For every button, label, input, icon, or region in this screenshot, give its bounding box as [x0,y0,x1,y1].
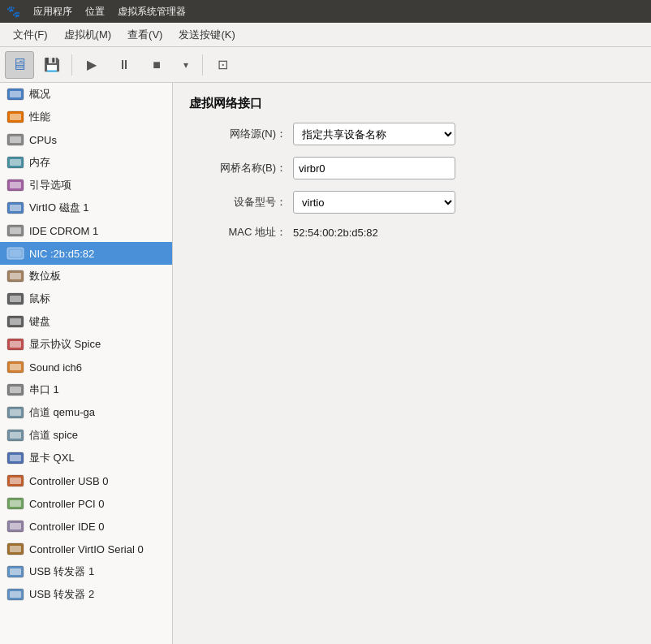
sidebar-icon-10 [6,314,24,329]
menu-sendkey[interactable]: 发送按键(K) [172,24,241,45]
sidebar-icon-1 [6,110,24,124]
sidebar-item-4[interactable]: 引导选项 [0,174,172,197]
system-bar-apps[interactable]: 应用程序 [33,5,72,19]
network-source-wrapper: 指定共享设备名称 [293,123,455,145]
power-dropdown[interactable]: ▾ [175,51,197,79]
sidebar-item-12[interactable]: Sound ich6 [0,356,172,378]
sidebar-icon-13 [6,383,24,397]
svg-rect-25 [10,364,21,370]
play-button[interactable]: ▶ [77,51,106,79]
sidebar-label-19: Controller IDE 0 [29,521,104,533]
sidebar-icon-18 [6,496,24,511]
svg-rect-5 [10,136,21,143]
mac-address-row: MAC 地址： 52:54:00:2b:d5:82 [189,225,635,240]
network-source-label: 网络源(N)： [189,127,287,141]
sidebar-icon-7 [6,246,24,261]
svg-rect-41 [10,546,21,552]
stop-button[interactable]: ■ [142,51,171,79]
sidebar-item-0[interactable]: 概况 [0,83,172,106]
svg-rect-43 [10,568,21,575]
sidebar-icon-19 [6,519,24,534]
svg-rect-3 [10,114,21,120]
sidebar-item-2[interactable]: CPUs [0,128,172,151]
system-bar-icon: 🐾 [6,5,20,18]
sidebar-item-17[interactable]: Controller USB 0 [0,469,172,492]
svg-rect-45 [10,591,21,598]
sidebar-item-14[interactable]: 信道 qemu-ga [0,401,172,424]
sidebar-icon-21 [6,564,24,579]
menu-vm[interactable]: 虚拟机(M) [58,24,119,45]
content-area: 虚拟网络接口 网络源(N)： 指定共享设备名称 网桥名称(B)： 设备型号： v… [173,83,651,644]
sidebar-label-12: Sound ich6 [29,361,82,374]
sidebar-icon-2 [6,132,24,147]
menu-bar: 文件(F) 虚拟机(M) 查看(V) 发送按键(K) [0,23,651,47]
svg-rect-11 [10,205,21,211]
device-model-select[interactable]: virtio e1000 rtl8139 [293,191,455,214]
sidebar-icon-8 [6,269,24,283]
fullscreen-button[interactable]: ⊡ [208,51,237,79]
sidebar-icon-3 [6,155,24,170]
system-bar-virt[interactable]: 虚拟系统管理器 [118,5,186,19]
sidebar-label-13: 串口 1 [29,383,59,397]
sidebar-item-22[interactable]: USB 转发器 2 [0,583,172,606]
sidebar-icon-0 [6,87,24,102]
svg-rect-39 [10,523,21,529]
sidebar-label-14: 信道 qemu-ga [29,405,95,420]
pause-button[interactable]: ⏸ [110,51,139,79]
svg-rect-31 [10,432,21,439]
sidebar-item-3[interactable]: 内存 [0,151,172,174]
sidebar-item-16[interactable]: 显卡 QXL [0,447,172,469]
device-model-label: 设备型号： [189,195,287,210]
sidebar-icon-5 [6,201,24,215]
system-bar: 🐾 应用程序 位置 虚拟系统管理器 [0,0,651,23]
device-model-row: 设备型号： virtio e1000 rtl8139 [189,191,635,214]
sidebar-item-6[interactable]: IDE CDROM 1 [0,219,172,242]
sidebar-icon-12 [6,360,24,374]
menu-file[interactable]: 文件(F) [6,24,54,45]
svg-rect-35 [10,478,21,484]
sidebar-icon-20 [6,542,24,556]
sidebar-item-8[interactable]: 数位板 [0,265,172,287]
toolbar-sep-1 [71,54,72,76]
sidebar-label-7: NIC :2b:d5:82 [29,248,94,260]
sidebar-icon-4 [6,178,24,192]
sidebar-item-11[interactable]: 显示协议 Spice [0,333,172,356]
network-source-select[interactable]: 指定共享设备名称 [293,123,455,145]
sidebar-item-13[interactable]: 串口 1 [0,378,172,401]
sidebar-label-18: Controller PCI 0 [29,498,104,510]
sidebar-label-21: USB 转发器 1 [29,564,94,579]
svg-rect-7 [10,159,21,166]
svg-rect-33 [10,455,21,461]
sidebar-item-5[interactable]: VirtIO 磁盘 1 [0,197,172,219]
sidebar-item-19[interactable]: Controller IDE 0 [0,515,172,538]
menu-view[interactable]: 查看(V) [121,24,169,45]
toolbar: 🖥 💾 ▶ ⏸ ■ ▾ ⊡ [0,47,651,83]
bridge-name-label: 网桥名称(B)： [189,161,287,175]
device-model-wrapper: virtio e1000 rtl8139 [293,191,455,214]
sidebar-icon-17 [6,473,24,488]
svg-rect-23 [10,341,21,348]
sidebar-icon-14 [6,405,24,420]
sidebar-item-21[interactable]: USB 转发器 1 [0,560,172,583]
sidebar-item-18[interactable]: Controller PCI 0 [0,492,172,515]
sidebar-item-15[interactable]: 信道 spice [0,424,172,447]
svg-rect-13 [10,227,21,234]
sidebar-label-16: 显卡 QXL [29,451,75,465]
sidebar-item-10[interactable]: 键盘 [0,310,172,333]
screen-button[interactable]: 🖥 [5,51,34,79]
sidebar-item-1[interactable]: 性能 [0,106,172,128]
svg-rect-27 [10,387,21,393]
sidebar-item-20[interactable]: Controller VirtIO Serial 0 [0,538,172,560]
sidebar-icon-9 [6,292,24,306]
svg-rect-29 [10,409,21,416]
bridge-name-row: 网桥名称(B)： [189,157,635,179]
sidebar-icon-11 [6,337,24,352]
system-bar-places[interactable]: 位置 [85,5,105,19]
sidebar-item-9[interactable]: 鼠标 [0,287,172,310]
info-button[interactable]: 💾 [37,51,67,79]
sidebar-label-11: 显示协议 Spice [29,337,101,352]
svg-rect-19 [10,296,21,302]
bridge-name-input[interactable] [293,157,455,179]
svg-rect-9 [10,182,21,188]
sidebar-item-7[interactable]: NIC :2b:d5:82 [0,242,172,265]
